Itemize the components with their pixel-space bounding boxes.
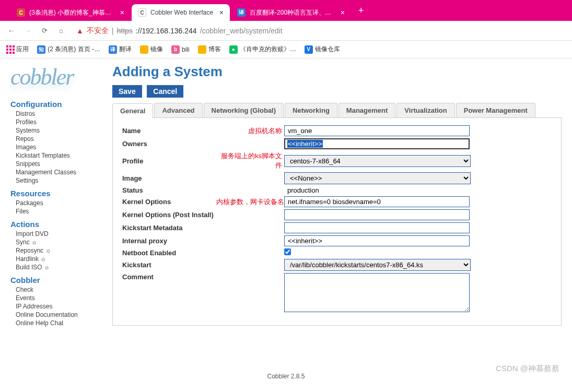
bookmark-label: 《肖申克的救赎》…	[240, 45, 296, 54]
url-host: ://192.168.136.244	[136, 27, 197, 35]
url-display[interactable]: ▲ 不安全 | https://192.168.136.244/cobbler_…	[76, 26, 283, 35]
back-button[interactable]: ←	[6, 26, 16, 35]
bookmark-label: 翻译	[119, 45, 132, 54]
new-tab-button[interactable]: +	[352, 5, 370, 16]
sidebar-link[interactable]: Files	[10, 207, 107, 216]
label-ks-meta: Kickstart Metadata	[122, 224, 284, 232]
bookmark-label: (2 条消息) 首页 -…	[48, 45, 100, 54]
reload-button[interactable]: ⟳	[40, 26, 49, 35]
sidebar-link[interactable]: Profiles	[10, 118, 107, 126]
bookmark-icon: b	[171, 45, 180, 54]
bookmark-icon: V	[305, 45, 313, 54]
form-tab[interactable]: Networking (Global)	[204, 103, 284, 117]
label-image: Image	[122, 174, 216, 182]
cobbler-logo: cobbler	[10, 64, 107, 90]
form-tab[interactable]: Power Management	[456, 103, 535, 117]
status-value: production	[284, 185, 322, 195]
ks-meta-input[interactable]	[284, 222, 470, 233]
apps-button[interactable]: 应用	[6, 45, 29, 54]
bookmark-item[interactable]: 知(2 条消息) 首页 -…	[37, 45, 100, 54]
sidebar-link[interactable]: Online Help Chat	[10, 319, 107, 327]
label-netboot: Netboot Enabled	[122, 249, 284, 257]
label-comment: Comment	[122, 273, 284, 281]
sidebar-link[interactable]: Repos	[10, 135, 107, 143]
bookmark-icon	[198, 45, 206, 54]
sidebar-link[interactable]: Settings	[10, 176, 107, 185]
sidebar-link[interactable]: IP Addresses	[10, 302, 107, 311]
sidebar-link[interactable]: Management Classes	[10, 168, 107, 176]
close-icon[interactable]: ×	[219, 8, 224, 17]
bookmark-item[interactable]: ●《肖申克的救赎》…	[229, 45, 296, 54]
bookmarks-bar: 应用 知(2 条消息) 首页 -…译翻译镜像bbili博客●《肖申克的救赎》…V…	[0, 41, 572, 58]
bookmark-icon: 知	[37, 45, 45, 54]
comment-textarea[interactable]	[284, 273, 470, 312]
sidebar-section-title: Cobbler	[10, 276, 107, 284]
form-tab[interactable]: Virtualization	[396, 103, 454, 117]
sidebar-section-title: Actions	[10, 220, 107, 229]
browser-tab-3[interactable]: 译 百度翻译-200种语言互译、沟通… ×	[231, 4, 351, 21]
bookmark-item[interactable]: V镜像仓库	[305, 45, 340, 54]
kernel-opts-input[interactable]	[284, 196, 470, 207]
name-input[interactable]	[284, 125, 470, 136]
home-button[interactable]: ⌂	[56, 26, 66, 35]
bookmark-label: 镜像	[150, 45, 163, 54]
close-icon[interactable]: ×	[120, 8, 124, 17]
form-tab[interactable]: Advanced	[154, 103, 202, 117]
profile-select[interactable]: centos-7-x86_64	[284, 155, 471, 167]
annotation-name: 虚拟机名称	[216, 126, 284, 136]
bookmark-item[interactable]: 译翻译	[109, 45, 132, 54]
browser-tab-1[interactable]: C (3条消息) 小蔡的博客_神慕蔡蔡 ×	[10, 4, 131, 21]
sidebar-link[interactable]: Packages	[10, 199, 107, 207]
sidebar-link[interactable]: Systems	[10, 126, 107, 135]
sidebar-link[interactable]: Online Documentation	[10, 311, 107, 319]
cancel-button[interactable]: Cancel	[147, 85, 183, 98]
bookmark-item[interactable]: 博客	[198, 45, 221, 54]
sidebar-link[interactable]: Hardlink ☼	[10, 255, 107, 263]
label-proxy: Internal proxy	[122, 237, 284, 245]
bookmark-item[interactable]: bbili	[171, 45, 190, 54]
bookmark-label: 镜像仓库	[315, 45, 340, 54]
owners-input[interactable]: <<inherit>>	[284, 138, 470, 149]
image-select[interactable]: <<None>>	[284, 172, 471, 184]
label-kernel-opts: Kernel Options	[122, 198, 216, 206]
netboot-checkbox[interactable]	[284, 248, 291, 255]
annotation-profile: 服务端上的ks脚本文件	[216, 151, 284, 170]
bookmark-label: 博客	[208, 45, 221, 54]
sidebar-link[interactable]: Events	[10, 294, 107, 302]
proxy-input[interactable]	[284, 235, 470, 246]
label-kernel-opts-post: Kernel Options (Post Install)	[122, 211, 284, 219]
sidebar-link[interactable]: Distros	[10, 110, 107, 118]
main-panel: Adding a System Save Cancel GeneralAdvan…	[112, 64, 562, 377]
sidebar-link[interactable]: Check	[10, 286, 107, 294]
security-warning: 不安全	[87, 26, 109, 35]
annotation-kernel-opts: 内核参数，网卡设备名字统一	[216, 197, 284, 207]
sidebar-section-title: Resources	[10, 189, 107, 198]
tab-favicon-icon: C	[17, 8, 25, 17]
save-button[interactable]: Save	[112, 85, 142, 98]
sidebar-link[interactable]: Kickstart Templates	[10, 151, 107, 160]
form-tab[interactable]: Networking	[285, 103, 337, 117]
sidebar-link[interactable]: Images	[10, 143, 107, 151]
browser-tab-2[interactable]: C Cobbler Web Interface ×	[132, 4, 230, 21]
tab-title: 百度翻译-200种语言互译、沟通…	[250, 8, 334, 17]
watermark: CSDN @神慕蔡蔡	[496, 364, 559, 374]
bookmark-item[interactable]: 镜像	[140, 45, 163, 54]
sidebar-link[interactable]: Reposync ☼	[10, 246, 107, 255]
apps-grid-icon	[6, 45, 15, 54]
sidebar-link[interactable]: Import DVD	[10, 230, 107, 238]
bookmark-label: bili	[182, 46, 190, 53]
form-tab[interactable]: Management	[338, 103, 395, 117]
form-tab[interactable]: General	[112, 103, 153, 118]
apps-label: 应用	[16, 45, 29, 54]
tab-favicon-icon: C	[138, 8, 146, 17]
forward-button: →	[23, 26, 32, 35]
sidebar-link[interactable]: Build ISO ☼	[10, 263, 107, 271]
sidebar-link[interactable]: Snippets	[10, 160, 107, 168]
label-name: Name	[122, 127, 216, 135]
tab-title: (3条消息) 小蔡的博客_神慕蔡蔡	[29, 8, 114, 17]
sidebar-link[interactable]: Sync ☼	[10, 238, 107, 246]
kickstart-select[interactable]: /var/lib/cobbler/kickstarts/centos7-x86_…	[284, 259, 471, 271]
close-icon[interactable]: ×	[341, 8, 345, 17]
label-status: Status	[122, 186, 216, 194]
kernel-opts-post-input[interactable]	[284, 209, 470, 220]
